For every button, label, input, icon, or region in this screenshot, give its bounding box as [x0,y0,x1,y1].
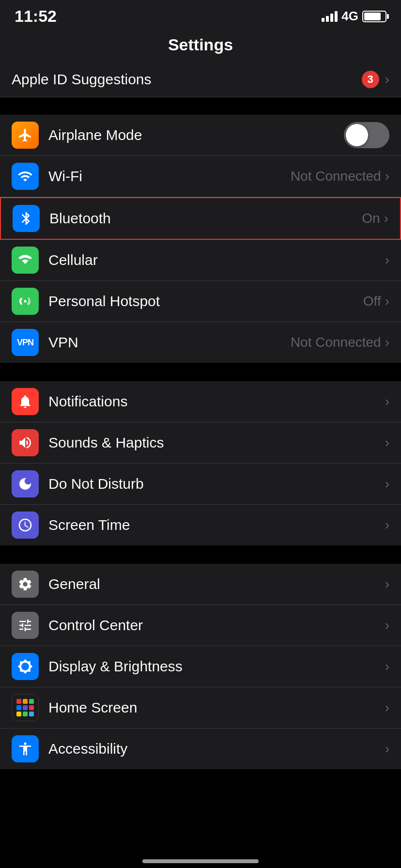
control-center-chevron-container: › [385,618,389,633]
bluetooth-label: Bluetooth [49,210,362,227]
personal-hotspot-chevron-icon: › [385,294,389,309]
notifications-section: Notifications › Sounds & Haptics › Do No… [0,381,401,545]
do-not-disturb-label: Do Not Disturb [48,476,385,492]
section-divider-3 [0,546,401,564]
personal-hotspot-value-container: Off › [363,294,389,309]
home-screen-row[interactable]: Home Screen › [0,687,401,728]
general-chevron-icon: › [385,576,389,592]
screen-time-row[interactable]: Screen Time › [0,505,401,545]
display-brightness-row[interactable]: Display & Brightness › [0,646,401,687]
apple-id-badge: 3 [362,71,379,88]
accessibility-row[interactable]: Accessibility › [0,728,401,769]
cellular-row[interactable]: Cellular › [0,240,401,281]
cellular-chevron-icon: › [385,252,389,268]
bluetooth-value-container: On › [362,211,388,226]
section-divider-1 [0,97,401,115]
connectivity-section: Airplane Mode Wi-Fi Not Connected › Blue… [0,115,401,363]
vpn-icon: VPN [12,329,39,356]
vpn-value: Not Connected [291,335,381,350]
general-chevron-container: › [385,576,389,592]
personal-hotspot-label: Personal Hotspot [48,293,363,310]
personal-hotspot-value: Off [363,294,381,309]
section-divider-2 [0,364,401,381]
notifications-chevron-container: › [385,394,389,409]
bluetooth-value: On [362,211,380,226]
home-screen-chevron-icon: › [385,700,389,715]
sounds-chevron-container: › [385,435,389,450]
general-section: General › Control Center › Display & Bri… [0,564,401,769]
page-title: Settings [168,35,233,54]
sounds-haptics-row[interactable]: Sounds & Haptics › [0,422,401,464]
sounds-haptics-icon [12,429,39,456]
display-brightness-label: Display & Brightness [48,658,385,675]
airplane-mode-row[interactable]: Airplane Mode [0,115,401,156]
battery-icon [362,11,386,22]
airplane-mode-toggle-container[interactable] [344,122,389,148]
home-screen-icon [12,694,39,721]
home-screen-chevron-container: › [385,700,389,715]
vpn-row[interactable]: VPN VPN Not Connected › [0,322,401,363]
control-center-label: Control Center [48,617,385,634]
personal-hotspot-row[interactable]: Personal Hotspot Off › [0,281,401,322]
general-label: General [48,576,385,592]
cellular-chevron-container: › [385,252,389,268]
notifications-chevron-icon: › [385,394,389,409]
wifi-row[interactable]: Wi-Fi Not Connected › [0,156,401,197]
dnd-chevron-container: › [385,476,389,492]
battery-fill [364,13,381,20]
home-indicator [142,859,259,863]
accessibility-chevron-container: › [385,741,389,757]
home-screen-label: Home Screen [48,699,385,716]
bluetooth-icon [13,205,40,232]
control-center-row[interactable]: Control Center › [0,605,401,646]
wifi-value-container: Not Connected › [291,169,389,184]
notifications-icon [12,388,39,415]
bluetooth-row[interactable]: Bluetooth On › [0,197,401,240]
notifications-label: Notifications [48,393,385,410]
personal-hotspot-icon [12,288,39,315]
control-center-chevron-icon: › [385,618,389,633]
general-row[interactable]: General › [0,564,401,605]
wifi-chevron-icon: › [385,169,389,184]
vpn-label: VPN [48,334,291,351]
display-brightness-icon [12,653,39,680]
signal-bars-icon [322,11,338,22]
status-icons: 4G [322,9,386,24]
notifications-row[interactable]: Notifications › [0,381,401,422]
display-chevron-container: › [385,659,389,674]
general-icon [12,571,39,598]
do-not-disturb-row[interactable]: Do Not Disturb › [0,464,401,505]
toggle-thumb [346,124,368,146]
settings-header: Settings [0,31,401,62]
dnd-chevron-icon: › [385,476,389,492]
cellular-label: Cellular [48,252,385,268]
status-bar: 11:52 4G [0,0,401,31]
status-time: 11:52 [15,7,57,26]
apple-id-label: Apple ID Suggestions [12,71,152,88]
wifi-value: Not Connected [291,169,381,184]
screen-time-chevron-icon: › [385,517,389,533]
airplane-mode-icon [12,122,39,149]
accessibility-chevron-icon: › [385,741,389,757]
wifi-icon [12,163,39,190]
do-not-disturb-icon [12,470,39,497]
sounds-chevron-icon: › [385,435,389,450]
vpn-chevron-icon: › [385,335,389,350]
screen-time-label: Screen Time [48,517,385,533]
bluetooth-chevron-icon: › [384,211,388,226]
control-center-icon [12,612,39,639]
display-chevron-icon: › [385,659,389,674]
cellular-icon [12,247,39,274]
vpn-text-icon: VPN [17,338,33,348]
airplane-mode-toggle[interactable] [344,122,389,148]
screen-time-icon [12,512,39,539]
airplane-mode-label: Airplane Mode [48,127,344,143]
wifi-label: Wi-Fi [48,168,291,185]
apple-id-right: 3 › [362,71,389,88]
apple-id-suggestions-row[interactable]: Apple ID Suggestions 3 › [0,62,401,97]
signal-type: 4G [341,9,358,24]
vpn-value-container: Not Connected › [291,335,389,350]
accessibility-icon [12,735,39,762]
apple-id-chevron-icon: › [385,72,389,87]
sounds-haptics-label: Sounds & Haptics [48,434,385,451]
